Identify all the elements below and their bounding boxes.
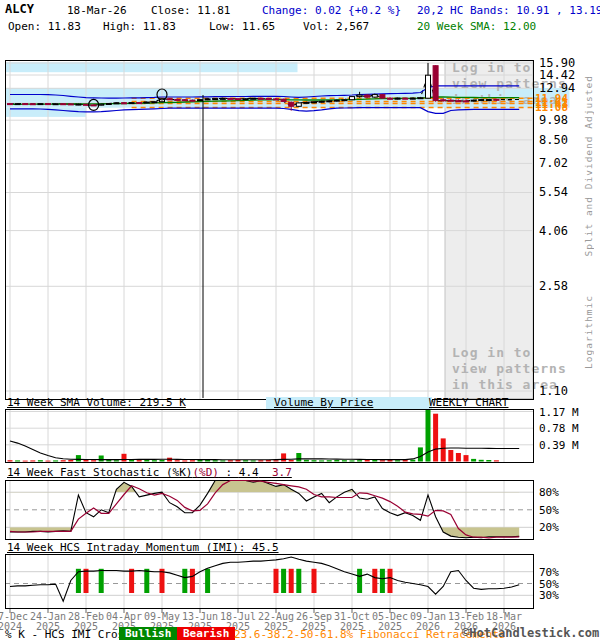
candle-up: [129, 103, 134, 104]
candle-down: [68, 104, 73, 105]
volume-bar: [395, 460, 400, 461]
candle-down: [403, 98, 408, 99]
symbol-label: ALCY: [5, 3, 34, 16]
candle-down: [433, 66, 438, 101]
candle-down: [281, 99, 286, 101]
candle-up: [152, 102, 157, 103]
sma-label: 20 Week SMA: 12.00: [417, 20, 536, 33]
candle-up: [486, 100, 491, 101]
stochastic-gap: [259, 466, 272, 479]
volume-bar: [213, 460, 218, 461]
candle-up: [38, 104, 43, 105]
candle-up: [395, 98, 400, 99]
volume-bar: [228, 460, 233, 461]
volume-bar: [99, 456, 104, 462]
stochastic-label[interactable]: 14 Week Fast Stochastic (%K)(%D) : 4.4 3…: [7, 467, 292, 479]
volume-bar: [334, 460, 339, 462]
volume-bar: [8, 460, 13, 461]
price-axis-label: 8.50: [539, 133, 568, 147]
volume-bar: [129, 460, 134, 462]
copyright-label[interactable]: ©HotCandlestick.com: [462, 626, 599, 640]
volume-bar: [296, 453, 301, 462]
volume-bar: [433, 414, 438, 462]
candle-up: [15, 104, 20, 105]
imi-label[interactable]: 14 Week HCS Intraday Momentum (IMI): 45.…: [7, 542, 279, 554]
volume-bar: [486, 460, 491, 462]
stochastic-label-d: (%D): [192, 466, 219, 479]
price-axis-label: 1.10: [539, 384, 568, 398]
candle-down: [365, 95, 370, 97]
candle-down: [388, 98, 393, 99]
candle-down: [448, 100, 453, 101]
volume-bar: [38, 460, 43, 461]
price-axis-label: 5.54: [539, 185, 568, 199]
candle-down: [122, 103, 127, 104]
volume-bar: [114, 460, 119, 461]
candle-up: [304, 102, 309, 103]
volume-bar: [68, 460, 73, 462]
candle-up: [372, 95, 377, 98]
hc-bands-label: 20,2 HC Bands: 10.91 , 13.19: [417, 4, 600, 17]
candle-down: [167, 99, 172, 100]
volume-bar: [220, 460, 225, 461]
candle-up: [296, 103, 301, 106]
volume-bar: [471, 459, 476, 462]
bearish-badge: Bearish: [177, 627, 235, 640]
volume-bar: [350, 460, 355, 461]
imi-signal-bar: [357, 569, 362, 593]
volume-bar: [380, 460, 385, 461]
imi-signal-bar: [380, 569, 385, 593]
candle-up: [198, 100, 203, 101]
volume-bar: [152, 460, 157, 461]
candle-down: [8, 104, 13, 105]
imi-signal-bar: [274, 569, 279, 593]
candle-down: [175, 99, 180, 100]
volume-bar: [456, 453, 461, 462]
volume-bar: [182, 460, 187, 461]
volume-bar: [61, 460, 66, 461]
candle-down: [274, 99, 279, 100]
candle-up: [418, 98, 423, 99]
bullish-badge: Bullish: [119, 627, 177, 640]
candle-up: [213, 99, 218, 100]
imi-signal-bar: [129, 569, 134, 593]
candle-up: [106, 104, 111, 105]
volume-bar: [464, 455, 469, 461]
volume-bar: [357, 460, 362, 461]
volume-bar: [144, 460, 149, 462]
volume-bar: [418, 447, 423, 461]
stochastic-label-sep: :: [219, 466, 239, 479]
imi-axis-label: 30%: [539, 589, 559, 602]
vol-label: Vol: 2,567: [303, 20, 369, 33]
stochastic-k-value: 4.4: [239, 466, 259, 479]
volume-bar: [46, 461, 51, 462]
close-label: Close: 11.81: [151, 4, 230, 17]
imi-signal-bar: [190, 569, 195, 593]
candle-up: [312, 102, 317, 103]
volume-bar: [365, 460, 370, 462]
volume-bar: [319, 460, 324, 461]
candle-down: [182, 100, 187, 101]
volume-bar: [15, 460, 20, 461]
volume-by-price-label[interactable]: Volume By Price: [266, 397, 432, 409]
volume-bar: [304, 460, 309, 462]
candle-down: [61, 104, 66, 105]
candle-down: [137, 103, 142, 104]
high-label: High: 11.83: [103, 20, 176, 33]
candle-up: [76, 104, 81, 105]
imi-signal-bar: [312, 569, 317, 593]
volume-bar: [479, 460, 484, 462]
candle-down: [289, 102, 294, 106]
low-label: Low: 11.65: [209, 20, 275, 33]
volume-bar: [274, 460, 279, 461]
volume-sma-label[interactable]: 14 Week SMA Volume: 219.5 K: [7, 397, 186, 409]
volume-bar: [122, 454, 127, 462]
imi-signal-bar: [84, 569, 89, 593]
candle-up: [471, 100, 476, 101]
candle-down: [380, 95, 385, 99]
volume-bar: [494, 460, 499, 461]
imi-signal-bar: [296, 569, 301, 593]
date-label: 18-Mar-26: [67, 4, 127, 17]
candle-up: [410, 98, 415, 99]
candle-up: [426, 75, 431, 98]
